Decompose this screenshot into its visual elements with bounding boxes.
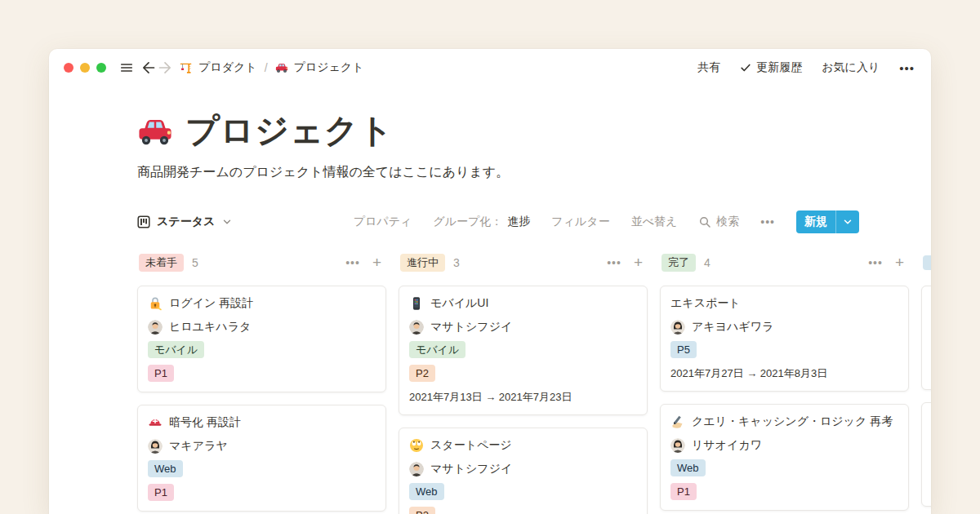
column-more-button[interactable]: ••• — [607, 256, 621, 269]
board-column: 進行中3•••+モバイルUIマサトシフジイモバイルP22021年7月13日 → … — [399, 253, 648, 514]
chevron-down-icon — [221, 216, 233, 228]
breadcrumb-item-project[interactable]: プロジェクト — [275, 60, 364, 75]
assignee-name: マキアラヤ — [169, 439, 228, 454]
breadcrumb-item-product[interactable]: プロダクト — [180, 60, 257, 75]
column-status-badge[interactable] — [923, 255, 931, 270]
window-controls — [64, 63, 106, 73]
view-name: ステータス — [157, 215, 215, 229]
card-tag-row: P1 — [670, 483, 898, 500]
favorites-button[interactable]: お気に入り — [822, 60, 880, 75]
card-title-text: 暗号化 再設計 — [169, 414, 241, 431]
close-window-button[interactable] — [64, 63, 74, 73]
card-tag: P2 — [409, 507, 435, 514]
updates-button[interactable]: 更新履歴 — [740, 60, 802, 75]
card-tag: Web — [670, 459, 706, 476]
card-tag-row: P2 — [409, 365, 637, 382]
back-icon[interactable] — [140, 60, 157, 76]
breadcrumb-separator: / — [265, 61, 268, 74]
new-button[interactable]: 新規 — [796, 210, 859, 233]
card-tag-row: P1 — [148, 484, 376, 501]
board-card[interactable] — [921, 286, 931, 390]
board-card[interactable]: 暗号化 再設計マキアラヤWebP1 — [137, 405, 386, 512]
column-more-button[interactable]: ••• — [345, 256, 360, 269]
card-title: ログイン 再設計 — [148, 295, 376, 312]
avatar-man-icon — [409, 462, 424, 476]
avatar-woman-icon — [148, 439, 163, 454]
card-title: モバイルUI — [409, 295, 637, 312]
board-card[interactable]: スタートページマサトシフジイWebP2 — [399, 428, 648, 514]
board-card[interactable]: ログイン 再設計ヒロユキハラタモバイルP1 — [137, 286, 386, 392]
chevron-down-icon — [842, 216, 853, 228]
updates-label: 更新履歴 — [756, 60, 802, 75]
topbar: プロダクト / プロジェクト 共有 更新履歴 お気に入り ••• — [49, 49, 931, 86]
writing-hand-icon — [670, 414, 685, 429]
breadcrumb: プロダクト / プロジェクト — [180, 60, 364, 75]
board-card[interactable] — [921, 402, 931, 507]
minimize-window-button[interactable] — [80, 63, 90, 73]
lock-icon — [148, 296, 163, 311]
page-title: プロジェクト — [185, 109, 394, 153]
view-more-button[interactable]: ••• — [760, 215, 775, 228]
new-button-dropdown[interactable] — [835, 210, 859, 233]
more-options-button[interactable]: ••• — [899, 61, 915, 75]
view-switcher[interactable]: ステータス — [137, 215, 233, 229]
board-card[interactable]: エキスポートアキヨハギワラP52021年7月27日 → 2021年8月3日 — [660, 286, 909, 392]
card-tag: P1 — [148, 365, 174, 382]
menu-icon[interactable] — [119, 60, 134, 75]
desktop-background: プロダクト / プロジェクト 共有 更新履歴 お気に入り ••• — [0, 0, 980, 514]
board-card[interactable]: クエリ・キャッシング・ロジック 再考リサオイカワWebP1 — [660, 404, 909, 511]
card-tag-row: モバイル — [148, 341, 376, 358]
assignee-name: アキヨハギワラ — [692, 320, 773, 335]
column-actions: •••+ — [345, 254, 381, 272]
rolling-eyes-icon — [409, 438, 424, 453]
column-add-button[interactable]: + — [634, 254, 643, 272]
filter-button[interactable]: フィルター — [551, 215, 609, 229]
column-count: 5 — [192, 256, 198, 269]
column-status-badge[interactable]: 進行中 — [400, 254, 445, 272]
forward-icon — [157, 60, 173, 76]
avatar-woman-icon — [670, 438, 685, 453]
search-icon — [698, 215, 711, 228]
column-status-badge[interactable]: 完了 — [662, 254, 696, 272]
card-tag: モバイル — [148, 341, 204, 358]
zoom-window-button[interactable] — [96, 63, 106, 73]
card-tag: モバイル — [409, 341, 466, 358]
view-toolbar: ステータス プロパティ グループ化： 進捗 フィルター 並べ替え 検索 •• — [137, 209, 931, 235]
group-by-value: 進捗 — [507, 215, 530, 229]
column-more-button[interactable]: ••• — [868, 256, 883, 269]
board-column: 完了4•••+エキスポートアキヨハギワラP52021年7月27日 → 2021年… — [660, 253, 909, 514]
card-title-text: スタートページ — [430, 436, 512, 454]
assignee-name: ヒロユキハラタ — [169, 320, 251, 335]
column-header: 進行中3•••+ — [399, 253, 648, 273]
search-button[interactable]: 検索 — [698, 215, 739, 229]
avatar-woman-icon — [670, 320, 685, 335]
search-label: 検索 — [716, 215, 739, 229]
card-tag: P2 — [409, 365, 435, 382]
card-tag-row: P2 — [409, 507, 637, 514]
assignee-name: マサトシフジイ — [430, 320, 512, 335]
column-status-badge[interactable]: 未着手 — [139, 254, 184, 272]
card-tag-row: P1 — [148, 365, 376, 382]
card-title: エキスポート — [670, 295, 898, 312]
column-add-button[interactable]: + — [372, 254, 381, 272]
card-tag-row: モバイル — [409, 341, 637, 358]
column-header: •••+ — [921, 253, 931, 273]
card-assignee: ヒロユキハラタ — [148, 320, 376, 335]
card-title-text: モバイルUI — [430, 295, 488, 312]
share-button[interactable]: 共有 — [697, 60, 720, 75]
column-header: 未着手5•••+ — [137, 253, 386, 273]
board-card[interactable]: モバイルUIマサトシフジイモバイルP22021年7月13日 → 2021年7月2… — [399, 286, 648, 415]
card-tag-row: Web — [148, 460, 376, 477]
card-assignee: マキアラヤ — [148, 439, 376, 454]
new-button-label[interactable]: 新規 — [796, 210, 835, 233]
sort-button[interactable]: 並べ替え — [631, 215, 678, 229]
column-add-button[interactable]: + — [895, 254, 904, 272]
column-count: 4 — [704, 256, 710, 269]
column-header: 完了4•••+ — [660, 253, 909, 273]
card-assignee: アキヨハギワラ — [670, 320, 898, 335]
breadcrumb-label: プロダクト — [198, 60, 257, 75]
kanban-board-icon — [137, 215, 150, 228]
group-by-button[interactable]: グループ化： 進捗 — [433, 215, 530, 229]
properties-button[interactable]: プロパティ — [354, 215, 412, 229]
card-tag-row: P5 — [670, 341, 898, 358]
